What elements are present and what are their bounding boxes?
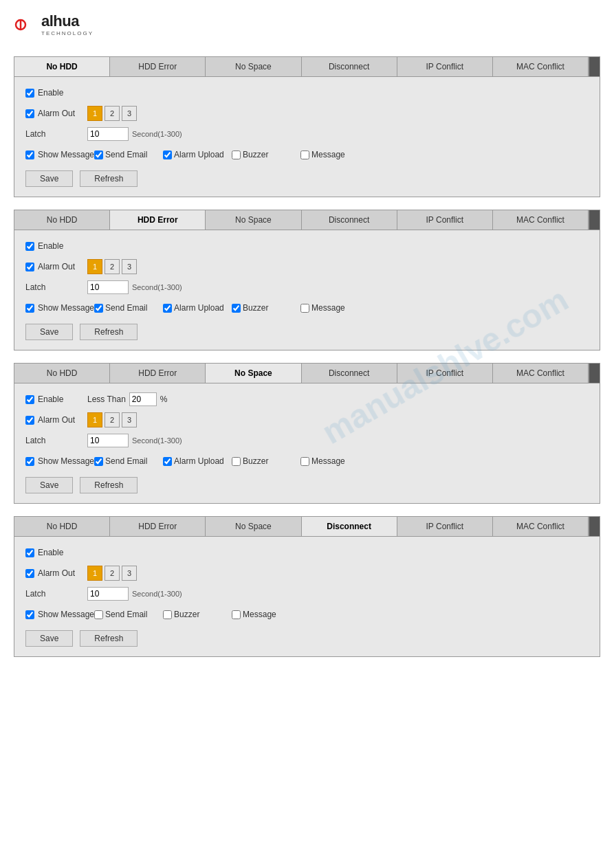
alarm-out-checkbox-1[interactable] [25, 109, 34, 118]
alarm-btn-4-3[interactable]: 3 [122, 566, 137, 581]
enable-checkbox-2[interactable] [25, 242, 34, 251]
enable-row-4: Enable [25, 545, 589, 560]
option-buzzer-3: Buzzer [232, 456, 294, 466]
buzzer-text-1: Buzzer [243, 150, 268, 159]
refresh-button-4[interactable]: Refresh [80, 630, 138, 647]
less-than-input-3[interactable] [129, 392, 157, 406]
tab-disconnect-2[interactable]: Disconnect [302, 210, 397, 230]
panel-4: No HDD HDD Error No Space Disconnect IP … [14, 516, 600, 657]
message-checkbox-4[interactable] [232, 610, 241, 619]
save-button-3[interactable]: Save [25, 477, 73, 493]
latch-input-2[interactable] [87, 280, 129, 294]
tab-mac-conflict-4[interactable]: MAC Conflict [493, 517, 589, 536]
show-message-checkbox-4[interactable] [25, 610, 34, 619]
alarm-btns-2: 1 2 3 [87, 259, 137, 274]
latch-input-3[interactable] [87, 434, 129, 447]
show-message-text-3: Show Message [38, 456, 94, 466]
alarm-btn-4-2[interactable]: 2 [105, 566, 120, 581]
option-buzzer-1: Buzzer [232, 150, 294, 159]
message-checkbox-2[interactable] [300, 304, 309, 313]
send-email-checkbox-1[interactable] [94, 151, 103, 159]
tab-no-hdd-4[interactable]: No HDD [14, 517, 110, 536]
alarm-out-label-3: Alarm Out [25, 415, 87, 425]
alarm-btn-3-1[interactable]: 1 [87, 412, 102, 427]
refresh-button-2[interactable]: Refresh [80, 324, 138, 340]
tab-no-hdd-1[interactable]: No HDD [14, 57, 110, 76]
save-button-2[interactable]: Save [25, 324, 73, 340]
tab-mac-conflict-3[interactable]: MAC Conflict [493, 364, 589, 383]
alarm-btns-3: 1 2 3 [87, 412, 137, 427]
tab-hdd-error-1[interactable]: HDD Error [110, 57, 206, 76]
buzzer-text-3: Buzzer [243, 456, 268, 466]
message-text-3: Message [311, 456, 345, 466]
tab-end-2 [589, 210, 600, 230]
tab-hdd-error-2[interactable]: HDD Error [110, 210, 206, 230]
alarm-upload-checkbox-3[interactable] [163, 457, 172, 466]
enable-label-4: Enable [25, 548, 87, 557]
tab-no-space-3[interactable]: No Space [206, 364, 301, 383]
panel-body-2: Enable Alarm Out 1 2 3 Latch Second(1-30… [14, 230, 600, 350]
tab-no-space-4[interactable]: No Space [206, 517, 301, 536]
send-email-checkbox-4[interactable] [94, 610, 103, 619]
tab-disconnect-4[interactable]: Disconnect [302, 517, 397, 536]
send-email-checkbox-2[interactable] [94, 304, 103, 313]
enable-checkbox-3[interactable] [25, 395, 34, 404]
alarm-out-checkbox-3[interactable] [25, 416, 34, 425]
enable-checkbox-4[interactable] [25, 548, 34, 557]
alarm-btn-4-1[interactable]: 1 [87, 566, 102, 581]
buzzer-checkbox-2[interactable] [232, 304, 241, 313]
latch-input-4[interactable] [87, 587, 129, 601]
alarm-btn-1-2[interactable]: 2 [105, 106, 120, 121]
options-row-2: Send Email Alarm Upload Buzzer Message [94, 303, 362, 313]
tab-disconnect-1[interactable]: Disconnect [302, 57, 397, 76]
latch-input-1[interactable] [87, 127, 129, 141]
alarm-btn-2-1[interactable]: 1 [87, 259, 102, 274]
alarm-btn-1-3[interactable]: 3 [122, 106, 137, 121]
buzzer-checkbox-3[interactable] [232, 457, 241, 466]
alarm-out-row-1: Alarm Out 1 2 3 [25, 106, 589, 121]
message-checkbox-1[interactable] [300, 151, 309, 159]
tab-ip-conflict-2[interactable]: IP Conflict [397, 210, 493, 230]
tab-no-hdd-2[interactable]: No HDD [14, 210, 110, 230]
alarm-btn-2-2[interactable]: 2 [105, 259, 120, 274]
tab-no-hdd-3[interactable]: No HDD [14, 364, 110, 383]
action-row-1: Save Refresh [25, 170, 589, 187]
buzzer-checkbox-1[interactable] [232, 151, 241, 159]
show-message-checkbox-1[interactable] [25, 151, 34, 159]
tab-bar-2: No HDD HDD Error No Space Disconnect IP … [14, 210, 600, 230]
show-message-checkbox-2[interactable] [25, 304, 34, 313]
panel-body-4: Enable Alarm Out 1 2 3 Latch Second(1-30… [14, 537, 600, 656]
tab-no-space-2[interactable]: No Space [206, 210, 301, 230]
tab-ip-conflict-4[interactable]: IP Conflict [397, 517, 493, 536]
show-message-label-2: Show Message [25, 303, 94, 313]
alarm-btn-3-3[interactable]: 3 [122, 412, 137, 427]
alarm-out-checkbox-2[interactable] [25, 263, 34, 271]
message-text-2: Message [311, 303, 345, 313]
alarm-btn-1-1[interactable]: 1 [87, 106, 102, 121]
message-text-1: Message [311, 150, 345, 159]
logo-text: alhua [41, 13, 94, 30]
alarm-btn-3-2[interactable]: 2 [105, 412, 120, 427]
send-email-checkbox-3[interactable] [94, 457, 103, 466]
refresh-button-3[interactable]: Refresh [80, 477, 138, 493]
tab-mac-conflict-2[interactable]: MAC Conflict [493, 210, 589, 230]
save-button-1[interactable]: Save [25, 170, 73, 187]
alarm-upload-checkbox-1[interactable] [163, 151, 172, 159]
enable-checkbox-1[interactable] [25, 89, 34, 98]
tab-hdd-error-3[interactable]: HDD Error [110, 364, 206, 383]
buzzer-checkbox-4[interactable] [163, 610, 172, 619]
show-message-checkbox-3[interactable] [25, 457, 34, 466]
alarm-btns-4: 1 2 3 [87, 566, 137, 581]
refresh-button-1[interactable]: Refresh [80, 170, 138, 187]
alarm-out-checkbox-4[interactable] [25, 569, 34, 578]
tab-disconnect-3[interactable]: Disconnect [302, 364, 397, 383]
alarm-upload-checkbox-2[interactable] [163, 304, 172, 313]
tab-ip-conflict-3[interactable]: IP Conflict [397, 364, 493, 383]
alarm-btn-2-3[interactable]: 3 [122, 259, 137, 274]
tab-mac-conflict-1[interactable]: MAC Conflict [493, 57, 589, 76]
tab-no-space-1[interactable]: No Space [206, 57, 301, 76]
tab-ip-conflict-1[interactable]: IP Conflict [397, 57, 493, 76]
tab-hdd-error-4[interactable]: HDD Error [110, 517, 206, 536]
save-button-4[interactable]: Save [25, 630, 73, 647]
message-checkbox-3[interactable] [300, 457, 309, 466]
